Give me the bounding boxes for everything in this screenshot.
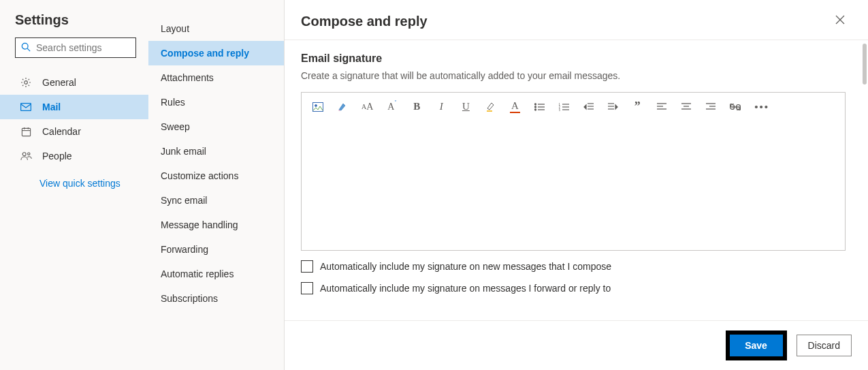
quote-icon[interactable]: ”: [632, 99, 643, 114]
checkbox-new-messages[interactable]: [301, 260, 313, 273]
insert-image-icon[interactable]: [312, 102, 323, 112]
indent-icon[interactable]: [607, 103, 618, 111]
highlight-icon[interactable]: [485, 102, 496, 112]
underline-icon[interactable]: U: [460, 101, 471, 112]
section-description: Create a signature that will be automati…: [301, 70, 849, 81]
nav-label: General: [42, 77, 76, 88]
panel-title: Compose and reply: [301, 14, 428, 29]
nav-general[interactable]: General: [15, 70, 142, 95]
subnav-forwarding[interactable]: Forwarding: [148, 237, 284, 262]
settings-panel: Compose and reply Email signature Create…: [285, 0, 868, 370]
outdent-icon[interactable]: [583, 103, 594, 111]
svg-point-8: [22, 153, 26, 156]
checkbox-forward-reply[interactable]: [301, 282, 313, 294]
settings-sidebar: Settings General Mail Calendar People Vi…: [0, 0, 148, 370]
svg-point-17: [534, 106, 536, 108]
subnav-attachments[interactable]: Attachments: [148, 65, 284, 90]
font-color-icon[interactable]: A: [509, 100, 520, 113]
svg-point-2: [25, 81, 28, 84]
subnav-compose-reply[interactable]: Compose and reply: [148, 41, 284, 65]
svg-rect-14: [487, 110, 492, 112]
subnav-layout[interactable]: Layout: [148, 16, 284, 41]
subnav-message-handling[interactable]: Message handling: [148, 213, 284, 237]
nav-label: Calendar: [42, 126, 81, 137]
checkbox-forward-reply-row: Automatically include my signature on me…: [301, 282, 849, 294]
bold-icon[interactable]: B: [411, 101, 422, 112]
numbering-icon[interactable]: 123: [558, 103, 569, 111]
checkbox-new-messages-row: Automatically include my signature on ne…: [301, 260, 849, 273]
subnav-automatic-replies[interactable]: Automatic replies: [148, 262, 284, 286]
calendar-icon: [19, 127, 33, 137]
svg-rect-3: [21, 104, 31, 111]
font-size-icon[interactable]: A˅: [387, 102, 398, 112]
nav-people[interactable]: People: [15, 144, 142, 168]
save-button-highlight: Save: [726, 330, 787, 360]
checkbox-label: Automatically include my signature on ne…: [320, 261, 611, 272]
nav-label: Mail: [42, 102, 61, 112]
panel-body: Email signature Create a signature that …: [285, 40, 868, 320]
link-icon[interactable]: [730, 104, 741, 110]
settings-heading: Settings: [15, 12, 142, 28]
mail-icon: [19, 103, 33, 111]
align-center-icon[interactable]: [681, 103, 692, 111]
signature-editor: AA A˅ B I U A 123: [301, 92, 846, 251]
view-quick-settings-link[interactable]: View quick settings: [15, 178, 142, 189]
subnav-sweep[interactable]: Sweep: [148, 114, 284, 139]
svg-point-15: [534, 104, 536, 105]
bullets-icon[interactable]: [534, 103, 545, 111]
search-icon: [21, 42, 31, 54]
checkbox-label: Automatically include my signature on me…: [320, 283, 611, 294]
gear-icon: [19, 77, 33, 88]
mail-subnav: Layout Compose and reply Attachments Rul…: [148, 0, 285, 370]
font-case-icon[interactable]: AA: [361, 102, 373, 112]
subnav-subscriptions[interactable]: Subscriptions: [148, 286, 284, 311]
svg-text:3: 3: [559, 108, 560, 111]
italic-icon[interactable]: I: [436, 101, 447, 112]
search-input[interactable]: [36, 42, 130, 53]
discard-button[interactable]: Discard: [797, 335, 852, 356]
subnav-sync-email[interactable]: Sync email: [148, 188, 284, 213]
panel-header: Compose and reply: [285, 0, 868, 40]
align-right-icon[interactable]: [705, 103, 716, 111]
section-title: Email signature: [301, 52, 849, 65]
nav-mail[interactable]: Mail: [0, 95, 148, 119]
panel-footer: Save Discard: [285, 320, 868, 370]
nav-label: People: [42, 151, 72, 161]
editor-toolbar: AA A˅ B I U A 123: [302, 93, 845, 121]
search-settings[interactable]: [15, 37, 136, 58]
more-icon[interactable]: •••: [754, 101, 769, 112]
svg-line-1: [27, 48, 30, 51]
subnav-rules[interactable]: Rules: [148, 90, 284, 114]
people-icon: [19, 151, 33, 161]
save-button[interactable]: Save: [730, 335, 783, 356]
align-left-icon[interactable]: [656, 103, 667, 111]
nav-calendar[interactable]: Calendar: [15, 119, 142, 144]
svg-point-0: [22, 43, 28, 49]
svg-point-13: [315, 104, 317, 106]
close-icon[interactable]: [833, 12, 848, 30]
subnav-junk-email[interactable]: Junk email: [148, 139, 284, 164]
svg-point-19: [534, 109, 536, 110]
svg-point-9: [27, 153, 29, 155]
formatting-icon[interactable]: [337, 102, 348, 112]
subnav-customize-actions[interactable]: Customize actions: [148, 164, 284, 188]
signature-textarea[interactable]: [302, 121, 845, 250]
svg-rect-4: [22, 128, 30, 136]
